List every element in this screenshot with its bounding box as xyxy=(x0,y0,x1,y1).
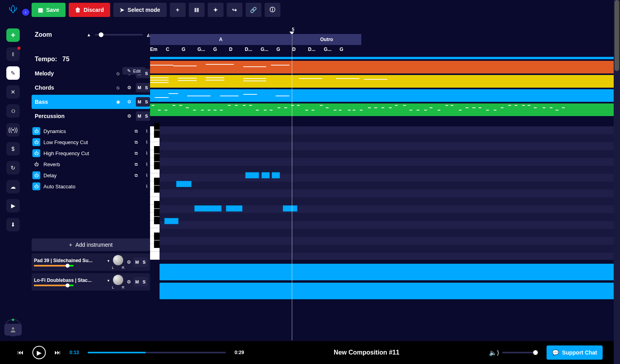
chord-label[interactable]: G... xyxy=(197,47,213,54)
rail-toggle-button[interactable]: › xyxy=(22,9,29,16)
power-icon[interactable]: ⏻ xyxy=(32,182,40,190)
chord-label[interactable]: D xyxy=(229,47,245,54)
track-chords[interactable]: Chords ⦸ ⚙ MS xyxy=(32,81,150,95)
gear-icon[interactable]: ⚙ xyxy=(125,112,133,120)
automation-icon[interactable]: ⌇ xyxy=(143,184,150,189)
copy-icon[interactable]: ⧉ xyxy=(132,162,140,167)
track-bass[interactable]: Bass ◉ ⚙ MS xyxy=(32,95,150,109)
chord-label[interactable]: G xyxy=(213,47,229,54)
discard-button[interactable]: 🗑 Discard xyxy=(69,3,110,17)
copy-icon[interactable]: ⧉ xyxy=(132,129,140,134)
automation-icon[interactable]: ⌇ xyxy=(143,173,150,178)
fx-row-3[interactable]: ⏻ Reverb ⧉ ⌇ xyxy=(32,159,150,170)
history-icon[interactable]: ↻ xyxy=(6,161,20,174)
user-button[interactable] xyxy=(4,324,22,336)
tool-link-button[interactable]: 🔗 xyxy=(246,3,261,17)
edit-tempo-button[interactable]: ✎ Edit xyxy=(122,67,145,75)
broadcast-icon[interactable]: ((•)) xyxy=(6,123,20,137)
fx-row-0[interactable]: ⏻ Dynamics ⧉ ⌇ xyxy=(32,126,150,137)
play-button[interactable]: ▶ xyxy=(32,346,46,359)
eye-icon[interactable]: ◉ xyxy=(114,98,122,106)
app-logo[interactable] xyxy=(6,3,20,17)
instrument-strip-0[interactable]: Pad 39 | Sidechained Su...▾ LR ⚙ MS xyxy=(32,253,150,271)
piano-keys[interactable]: C1C0 xyxy=(150,126,160,260)
instrument-volume[interactable] xyxy=(34,265,73,266)
chord-label[interactable]: D... xyxy=(245,47,261,54)
fx-row-2[interactable]: ⏻ High Frequency Cut ⧉ ⌇ xyxy=(32,148,150,159)
track-percussion[interactable]: Percussion ⚙ MS xyxy=(32,109,150,123)
chevron-down-icon[interactable]: ▾ xyxy=(107,259,109,263)
instrument-volume[interactable] xyxy=(34,285,73,286)
eye-off-icon[interactable]: ⦸ xyxy=(114,69,122,78)
instrument-lane-1[interactable] xyxy=(160,264,615,280)
seek-bar[interactable] xyxy=(88,352,226,353)
fx-row-5[interactable]: ⏻ Auto Staccato ⌇ xyxy=(32,181,150,192)
tool-bars-button[interactable]: ⦀⦀ xyxy=(189,3,205,17)
playhead-line[interactable] xyxy=(292,32,292,340)
power-icon[interactable]: ⏻ xyxy=(32,160,40,168)
power-icon[interactable]: ⏻ xyxy=(32,127,40,135)
tempo-row[interactable]: Tempo: 75 xyxy=(32,52,150,66)
add-instrument-button[interactable]: + Add instrument xyxy=(32,238,150,251)
instrument-lane-2[interactable] xyxy=(160,283,615,299)
power-icon[interactable]: ⏻ xyxy=(32,138,40,146)
add-button[interactable]: + xyxy=(6,28,20,42)
volume-icon[interactable]: 🔈⟩ xyxy=(489,349,499,356)
chord-label[interactable]: D xyxy=(292,47,308,54)
power-icon[interactable]: ⏻ xyxy=(32,171,40,179)
zoom-out-icon[interactable]: ▲ xyxy=(87,32,91,37)
zoom-in-icon[interactable]: ◭ xyxy=(147,32,150,38)
chord-label[interactable]: G... xyxy=(324,47,340,54)
gear-icon[interactable]: ⚙ xyxy=(125,98,133,106)
video-icon[interactable]: ▶ xyxy=(6,199,20,212)
library-icon[interactable]: ⦀ xyxy=(6,47,20,61)
copy-icon[interactable]: ⧉ xyxy=(132,151,140,156)
tempo-lane[interactable] xyxy=(150,57,615,59)
fx-row-4[interactable]: ⏻ Delay ⧉ ⌇ xyxy=(32,170,150,181)
automation-icon[interactable]: ⌇ xyxy=(143,162,150,167)
percussion-lane[interactable] xyxy=(150,103,615,116)
pan-knob[interactable] xyxy=(113,275,123,285)
chord-label[interactable]: G xyxy=(276,47,292,54)
piano-roll-grid[interactable] xyxy=(160,126,615,260)
chord-label[interactable]: G xyxy=(182,47,197,54)
mixer-icon[interactable]: ✕ xyxy=(6,85,20,99)
chord-label[interactable]: G... xyxy=(261,47,276,54)
chevron-down-icon[interactable]: ▾ xyxy=(107,278,109,283)
save-button[interactable]: ▦ Save xyxy=(32,3,66,17)
section-outro[interactable]: Outro xyxy=(292,34,362,45)
automation-icon[interactable]: ⌇ xyxy=(143,140,150,145)
tool-share-button[interactable]: ↪ xyxy=(227,3,242,17)
pan-knob[interactable] xyxy=(113,255,123,265)
volume-slider[interactable] xyxy=(502,352,538,353)
copy-icon[interactable]: ⧉ xyxy=(132,173,140,178)
pricing-icon[interactable]: $ xyxy=(6,142,20,156)
download-icon[interactable]: ⬇ xyxy=(6,218,20,231)
gear-icon[interactable]: ⚙ xyxy=(127,259,131,265)
tool-add-button[interactable]: + xyxy=(170,3,186,17)
gear-icon[interactable]: ⚙ xyxy=(125,83,133,92)
tool-magic-button[interactable]: ✦ xyxy=(208,3,224,17)
fx-row-1[interactable]: ⏻ Low Frequency Cut ⧉ ⌇ xyxy=(32,137,150,148)
zoom-slider[interactable] xyxy=(95,34,143,36)
gear-icon[interactable]: ⚙ xyxy=(127,279,131,285)
support-chat-button[interactable]: 💬 Support Chat xyxy=(547,345,603,360)
select-mode-button[interactable]: ➤ Select mode xyxy=(113,3,166,17)
power-icon[interactable]: ⏻ xyxy=(32,149,40,157)
chord-label[interactable]: G xyxy=(340,47,355,54)
automation-icon[interactable]: ⌇ xyxy=(143,129,150,134)
page-scrollbar[interactable] xyxy=(614,0,620,364)
chord-label[interactable]: C xyxy=(166,47,182,54)
chord-label[interactable]: D... xyxy=(308,47,324,54)
next-button[interactable]: ⏭ xyxy=(54,349,61,356)
automation-icon[interactable]: ⌇ xyxy=(143,151,150,156)
chord-label[interactable]: Em xyxy=(150,47,166,54)
melody-lane[interactable] xyxy=(150,61,615,73)
copy-icon[interactable]: ⧉ xyxy=(132,140,140,145)
section-a[interactable]: A xyxy=(150,34,292,45)
wavy-icon[interactable]: ଠ xyxy=(6,104,20,118)
eye-off-icon[interactable]: ⦸ xyxy=(114,83,122,92)
editor-icon[interactable]: ✎ xyxy=(6,66,20,80)
tool-info-button[interactable]: ⓘ xyxy=(265,3,280,17)
bass-lane[interactable] xyxy=(150,89,615,102)
